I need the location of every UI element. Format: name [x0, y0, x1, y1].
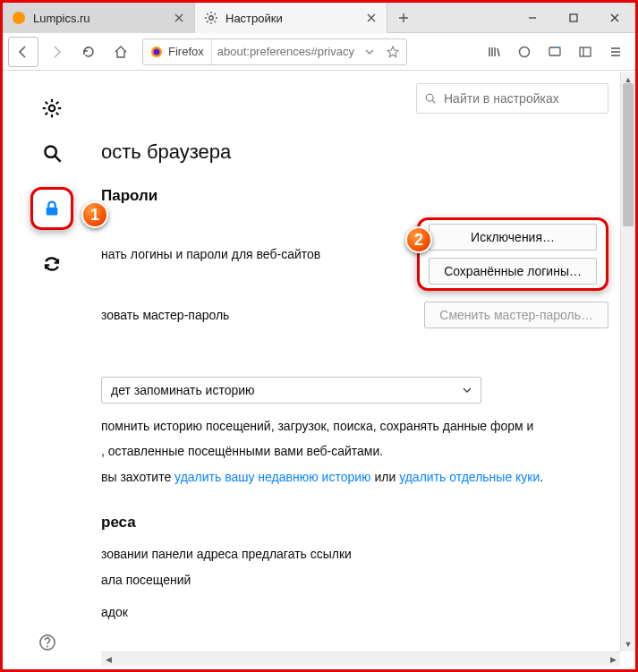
svg-point-21: [49, 106, 55, 112]
text-fragment: вы захотите: [101, 470, 174, 484]
text-fragment: .: [540, 470, 543, 484]
change-master-password-button: Сменить мастер-пароль…: [424, 302, 608, 328]
svg-rect-32: [47, 208, 58, 216]
scroll-left-arrow[interactable]: ◀: [101, 652, 115, 667]
svg-rect-16: [580, 47, 591, 56]
svg-point-30: [45, 146, 55, 157]
chevron-down-icon[interactable]: [360, 47, 379, 56]
reload-button[interactable]: [74, 38, 103, 66]
gear-icon[interactable]: [41, 98, 63, 119]
nav-toolbar: Firefox about:preferences#privacy: [3, 33, 635, 71]
svg-point-1: [209, 16, 213, 20]
svg-point-0: [13, 12, 25, 24]
history-desc-line1: помнить историю посещений, загрузок, пои…: [101, 416, 608, 436]
search-icon[interactable]: [41, 142, 63, 164]
horizontal-scrollbar[interactable]: ◀ ▶: [101, 651, 620, 667]
tab-title: Настройки: [225, 12, 358, 25]
svg-rect-15: [549, 47, 560, 55]
svg-line-7: [215, 21, 217, 23]
svg-point-13: [154, 48, 160, 55]
url-bar[interactable]: Firefox about:preferences#privacy: [142, 38, 407, 65]
text-fragment: или: [371, 470, 400, 484]
window-controls: [512, 3, 635, 32]
maximize-button[interactable]: [553, 3, 594, 32]
help-icon[interactable]: [38, 634, 56, 651]
library-icon[interactable]: [480, 38, 508, 66]
svg-line-29: [46, 113, 47, 115]
svg-line-28: [56, 102, 58, 104]
svg-line-9: [207, 21, 208, 23]
svg-line-31: [55, 156, 60, 161]
addressbar-line2: ала посещений: [101, 570, 608, 590]
close-icon[interactable]: [173, 12, 185, 24]
sidebars-icon[interactable]: [571, 38, 600, 66]
history-select-value: дет запоминать историю: [111, 383, 255, 397]
saved-logins-button[interactable]: Сохранённые логины…: [429, 258, 597, 285]
svg-point-14: [520, 47, 530, 56]
sync-refresh-icon[interactable]: [41, 253, 63, 275]
remember-logins-label: нать логины и пароли для веб-сайтов: [101, 247, 417, 261]
menu-button[interactable]: [601, 38, 630, 66]
close-icon[interactable]: [365, 12, 378, 24]
clear-history-link[interactable]: удалить вашу недавнюю историю: [174, 470, 370, 484]
chevron-down-icon: [463, 386, 472, 395]
home-button[interactable]: [106, 38, 135, 66]
addressbar-heading: реса: [101, 514, 608, 532]
addressbar-line1: зовании панели адреса предлагать ссылки: [101, 544, 608, 564]
new-tab-button[interactable]: [387, 3, 420, 32]
vertical-scrollbar[interactable]: ▲ ▼: [620, 72, 635, 651]
scroll-right-arrow[interactable]: ▶: [606, 652, 620, 667]
forward-button[interactable]: [42, 38, 71, 66]
svg-line-27: [56, 113, 58, 115]
svg-rect-11: [570, 14, 577, 21]
gear-icon: [204, 11, 218, 25]
tab-favicon-lumpics: [12, 11, 26, 25]
callout-badge-2: 2: [405, 226, 432, 253]
firefox-icon: [150, 46, 163, 58]
tab-title: Lumpics.ru: [33, 12, 166, 25]
pocket-icon[interactable]: [540, 38, 569, 66]
minimize-button[interactable]: [512, 3, 553, 32]
tab-strip: Lumpics.ru Настройки: [3, 3, 635, 33]
url-text: about:preferences#privacy: [212, 45, 360, 58]
exceptions-button[interactable]: Исключения…: [429, 224, 597, 251]
clear-cookies-link[interactable]: удалить отдельные куки: [399, 470, 540, 484]
lock-icon: [43, 200, 61, 217]
page-title: ость браузера: [101, 140, 608, 164]
addressbar-line3: адок: [101, 602, 608, 622]
bookmark-star-icon[interactable]: [379, 46, 406, 58]
history-mode-select[interactable]: дет запоминать историю: [101, 377, 481, 404]
passwords-heading: Пароли: [101, 187, 608, 205]
highlighted-button-group: Исключения… Сохранённые логины…: [417, 217, 608, 291]
history-desc-line2: , оставленные посещёнными вами веб-сайта…: [101, 441, 608, 461]
svg-point-34: [47, 646, 48, 648]
svg-line-8: [215, 13, 217, 15]
sidebar-privacy-item[interactable]: [30, 187, 73, 230]
scroll-down-arrow[interactable]: ▼: [621, 637, 635, 651]
identity-label: Firefox: [168, 45, 204, 58]
svg-line-6: [207, 13, 208, 15]
scrollbar-thumb[interactable]: [623, 83, 634, 226]
use-master-password-label: зовать мастер-пароль: [101, 308, 424, 322]
svg-point-35: [426, 94, 433, 101]
history-desc-line3: вы захотите удалить вашу недавнюю истори…: [101, 467, 608, 487]
settings-sidebar: [3, 71, 101, 669]
close-window-button[interactable]: [594, 3, 635, 32]
svg-line-26: [46, 102, 47, 104]
settings-search[interactable]: [416, 83, 608, 114]
svg-line-36: [432, 100, 435, 103]
url-identity: Firefox: [143, 39, 212, 64]
tab-lumpics[interactable]: Lumpics.ru: [3, 3, 195, 33]
settings-content: ость браузера Пароли нать логины и парол…: [101, 71, 635, 669]
tab-settings[interactable]: Настройки: [195, 3, 387, 33]
settings-search-input[interactable]: [444, 91, 600, 106]
sync-icon[interactable]: [510, 38, 539, 66]
search-icon: [424, 92, 437, 105]
callout-badge-1: 1: [81, 201, 108, 228]
back-button[interactable]: [8, 37, 38, 67]
